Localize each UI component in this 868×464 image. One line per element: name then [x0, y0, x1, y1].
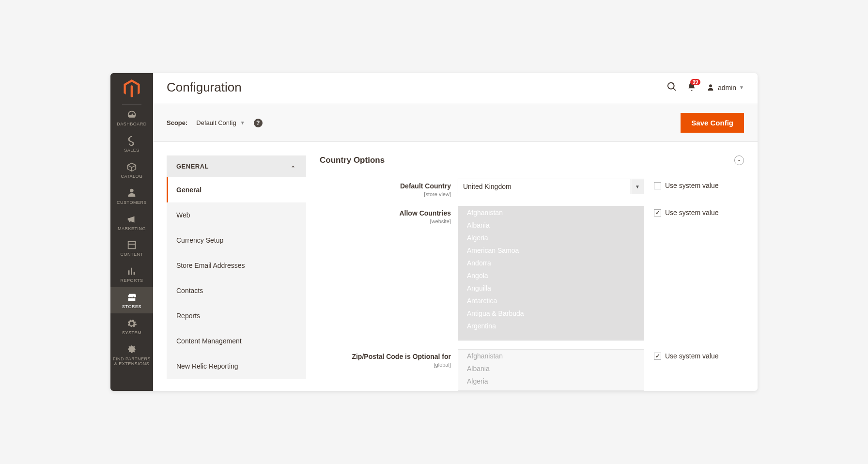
user-icon [706, 83, 715, 92]
sidebar-label: FIND PARTNERS & EXTENSIONS [113, 357, 151, 367]
magento-logo[interactable] [110, 73, 153, 104]
config-group-label: GENERAL [176, 163, 209, 170]
sidebar-item-stores[interactable]: STORES [110, 287, 153, 313]
sidebar-label: MARKETING [118, 227, 146, 232]
search-button[interactable] [666, 81, 677, 94]
config-item-web[interactable]: Web [167, 202, 306, 228]
section-title: Country Options [320, 155, 385, 165]
bar-chart-icon [126, 266, 137, 277]
country-option[interactable]: American Samoa [458, 244, 644, 257]
dollar-icon [126, 136, 137, 146]
megaphone-icon [126, 214, 137, 225]
gear-icon [126, 318, 137, 329]
config-item-email[interactable]: Store Email Addresses [167, 253, 306, 278]
store-icon [126, 292, 137, 303]
config-item-content-management[interactable]: Content Management [167, 328, 306, 354]
country-option[interactable]: Afghanistan [458, 350, 644, 362]
sidebar-item-reports[interactable]: REPORTS [110, 261, 153, 287]
sidebar-label: CUSTOMERS [117, 201, 147, 205]
scope-value: Default Config [196, 119, 236, 126]
sidebar-label: SYSTEM [122, 331, 141, 336]
use-system-checkbox-allow-countries[interactable] [654, 209, 661, 217]
country-option[interactable]: Albania [458, 362, 644, 375]
country-option[interactable]: Anguilla [458, 282, 644, 294]
user-name: admin [718, 84, 736, 92]
config-item-currency[interactable]: Currency Setup [167, 228, 306, 253]
config-group-general[interactable]: GENERAL [167, 155, 306, 177]
config-item-reports[interactable]: Reports [167, 303, 306, 328]
sidebar-item-system[interactable]: SYSTEM [110, 313, 153, 340]
sidebar-item-dashboard[interactable]: DASHBOARD [110, 105, 153, 131]
notification-badge: 39 [690, 79, 700, 85]
help-icon[interactable]: ? [254, 119, 263, 127]
sidebar-label: CATALOG [121, 174, 142, 179]
use-system-label: Use system value [665, 209, 718, 217]
country-option[interactable]: Andorra [458, 257, 644, 269]
section-country-options[interactable]: Country Options [320, 155, 744, 165]
country-option[interactable]: Afghanistan [458, 206, 644, 219]
notifications-button[interactable]: 39 [687, 82, 697, 93]
use-system-label: Use system value [665, 182, 718, 189]
partners-icon [126, 344, 137, 355]
use-system-checkbox-zip-optional[interactable] [654, 353, 661, 360]
field-label-allow-countries: Allow Countries [399, 209, 451, 217]
config-item-contacts[interactable]: Contacts [167, 278, 306, 303]
page-title: Configuration [167, 80, 242, 95]
use-system-label: Use system value [665, 352, 718, 360]
zip-optional-multiselect[interactable]: Afghanistan Albania Algeria [458, 349, 644, 391]
dashboard-icon [126, 109, 137, 120]
field-scope: [global] [320, 362, 451, 368]
sidebar-item-sales[interactable]: SALES [110, 131, 153, 157]
field-scope: [website] [320, 218, 451, 224]
country-option[interactable]: Algeria [458, 232, 644, 244]
save-config-button[interactable]: Save Config [681, 113, 744, 133]
person-icon [126, 188, 137, 199]
default-country-select[interactable]: ▼ [458, 179, 644, 194]
sidebar-label: STORES [122, 305, 141, 309]
country-option[interactable]: Antigua & Barbuda [458, 307, 644, 320]
country-option[interactable]: Algeria [458, 375, 644, 387]
admin-sidebar: DASHBOARD SALES CATALOG CUSTOMERS MARKET… [110, 73, 153, 391]
sidebar-label: CONTENT [121, 252, 143, 257]
user-menu[interactable]: admin ▼ [706, 83, 744, 92]
sidebar-label: DASHBOARD [117, 122, 147, 127]
config-item-new-relic[interactable]: New Relic Reporting [167, 354, 306, 379]
config-item-general[interactable]: General [167, 177, 306, 202]
sidebar-label: REPORTS [121, 278, 143, 283]
search-icon [666, 81, 677, 92]
box-icon [126, 162, 137, 172]
sidebar-item-catalog[interactable]: CATALOG [110, 157, 153, 183]
dropdown-toggle[interactable]: ▼ [631, 179, 644, 194]
field-label-zip-optional: Zip/Postal Code is Optional for [352, 353, 451, 360]
sidebar-item-content[interactable]: CONTENT [110, 235, 153, 261]
scope-label: Scope: [167, 119, 187, 126]
default-country-input[interactable] [458, 179, 631, 194]
country-option[interactable]: Argentina [458, 320, 644, 332]
caret-down-icon: ▼ [240, 120, 245, 125]
chevron-up-icon [737, 158, 742, 163]
chevron-up-icon [290, 163, 296, 170]
content-icon [126, 240, 137, 250]
field-label-default-country: Default Country [400, 182, 451, 190]
sidebar-item-marketing[interactable]: MARKETING [110, 209, 153, 235]
scope-selector[interactable]: Default Config ▼ [196, 119, 245, 126]
country-option[interactable]: Antarctica [458, 294, 644, 307]
field-scope: [store view] [320, 191, 451, 197]
collapse-toggle[interactable] [734, 155, 744, 165]
allow-countries-multiselect[interactable]: Afghanistan Albania Algeria American Sam… [458, 206, 644, 340]
use-system-checkbox-default-country[interactable] [654, 182, 661, 189]
sidebar-label: SALES [124, 148, 140, 153]
sidebar-item-partners[interactable]: FIND PARTNERS & EXTENSIONS [110, 340, 153, 371]
country-option[interactable]: Angola [458, 269, 644, 282]
caret-down-icon: ▼ [739, 85, 744, 90]
country-option[interactable]: Albania [458, 219, 644, 232]
sidebar-item-customers[interactable]: CUSTOMERS [110, 183, 153, 209]
